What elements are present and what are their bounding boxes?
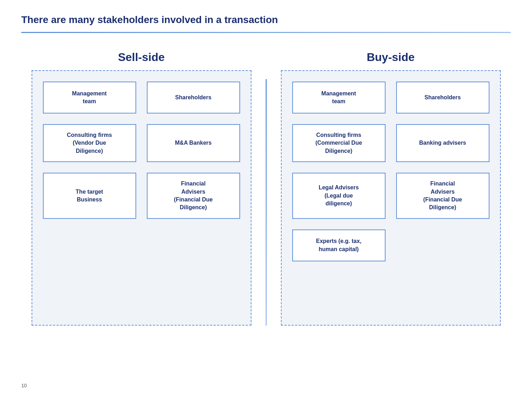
bs-financial-advisers-card: FinancialAdvisers(Financial DueDiligence…: [396, 173, 489, 219]
bs-legal-advisers-card: Legal Advisers(Legal duediligence): [292, 173, 386, 219]
ss-target-business-card: The targetBusiness: [43, 173, 136, 219]
bs-management-card: Managementteam: [292, 82, 386, 113]
ss-consulting-card: Consulting firms(Vendor DueDiligence): [43, 124, 136, 162]
divider: [21, 32, 511, 33]
buy-side-container: Buy-side Managementteam Shareholders Con…: [281, 51, 501, 326]
bs-empty-card: [396, 229, 489, 261]
ss-financial-advisers-card: FinancialAdvisers(Financial DueDiligence…: [147, 173, 240, 219]
sell-side-title: Sell-side: [32, 51, 251, 64]
bs-experts-card: Experts (e.g. tax,human capital): [292, 229, 386, 261]
bs-shareholders-card: Shareholders: [396, 82, 489, 113]
bs-banking-advisers-card: Banking advisers: [396, 124, 489, 162]
buy-side-title: Buy-side: [281, 51, 501, 64]
ss-mna-bankers-card: M&A Bankers: [147, 124, 240, 162]
ss-shareholders-card: Shareholders: [147, 82, 240, 113]
sell-side-container: Sell-side Managementteam Shareholders Co…: [32, 51, 251, 326]
page-number: 10: [21, 383, 27, 388]
main-layout: Sell-side Managementteam Shareholders Co…: [21, 51, 511, 326]
bs-consulting-card: Consulting firms(Commercial DueDiligence…: [292, 124, 386, 162]
buy-side-grid: Managementteam Shareholders Consulting f…: [292, 82, 489, 261]
sell-side-dashed-box: Managementteam Shareholders Consulting f…: [32, 70, 251, 326]
center-divider: [266, 79, 267, 326]
page-title: There are many stakeholders involved in …: [21, 14, 511, 26]
buy-side-dashed-box: Managementteam Shareholders Consulting f…: [281, 70, 501, 326]
ss-management-card: Managementteam: [43, 82, 136, 113]
sell-side-grid: Managementteam Shareholders Consulting f…: [43, 82, 240, 219]
